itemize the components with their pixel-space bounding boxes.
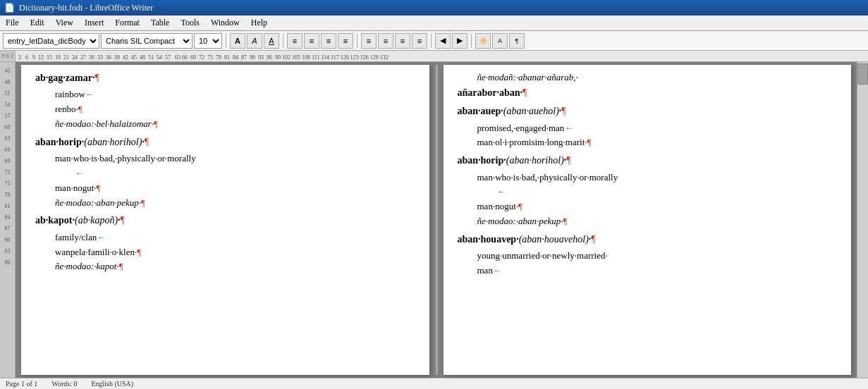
right-page[interactable]: ñe·modañ:·abanar·añarab,· añarabor·aban·…: [444, 65, 852, 375]
list-button[interactable]: ≡: [361, 33, 377, 49]
main-content: 45 48 51 54 57 60 63 66 69 72 75 78 81 8…: [0, 62, 868, 378]
margin-48: 48: [0, 76, 15, 87]
margin-69: 69: [0, 155, 15, 166]
font-select[interactable]: Charis SIL Compact: [101, 33, 192, 49]
entry-man-who-bad: man·who·is·bad,·physically·or·morally: [55, 152, 415, 166]
sep1: [226, 34, 226, 48]
entry-wanpela: wanpela·famili·o·klen·¶: [55, 245, 415, 260]
menu-table[interactable]: Table: [145, 16, 175, 30]
margin-54: 54: [0, 99, 15, 110]
page-info: Page 1 of 1: [6, 380, 37, 388]
highlight-button[interactable]: 🔆: [475, 33, 491, 49]
menu-tools[interactable]: Tools: [175, 16, 205, 30]
sep5: [471, 34, 472, 48]
margin-87: 87: [0, 223, 15, 234]
entry-nemodao-aban-pekup: ñe·modao:·aban·pekup·¶: [55, 196, 415, 211]
right-scrollbar[interactable]: [857, 62, 868, 378]
margin-57: 57: [0, 110, 15, 121]
toolbar: entry_letData_dicBody Charis SIL Compact…: [0, 31, 868, 51]
underline-button[interactable]: A: [264, 33, 279, 49]
margin-72: 72: [0, 166, 15, 178]
outdent-button[interactable]: ≡: [412, 33, 427, 49]
app-icon: 📄: [4, 3, 15, 13]
menu-help[interactable]: Help: [245, 16, 273, 30]
menu-window[interactable]: Window: [205, 16, 245, 30]
ruler-ticks: 3 6 9 12 15 18 21 24 27 30 33 36 39 42 4…: [18, 54, 389, 61]
entry-abkapot: ab·kapot·(ab·kapoñ)·¶: [35, 213, 415, 228]
entry-family-clan: family/clan←: [55, 230, 415, 245]
margin-78: 78: [0, 189, 15, 200]
menu-bar: File Edit View Insert Format Table Tools…: [0, 16, 868, 31]
sep4: [431, 34, 432, 48]
margin-90: 90: [0, 234, 15, 245]
align-center-button[interactable]: ≡: [304, 33, 319, 49]
margin-81: 81: [0, 200, 15, 211]
entry-nemodao-kapot: ñe·modao:·kapot·¶: [55, 259, 415, 274]
margin-66: 66: [0, 144, 15, 155]
margin-75: 75: [0, 178, 15, 189]
indent-button[interactable]: ≡: [395, 33, 410, 49]
sep2: [283, 34, 283, 48]
menu-insert[interactable]: Insert: [79, 16, 109, 30]
margin-96: 96: [0, 257, 15, 268]
margin-45: 45: [0, 65, 15, 76]
title-text: Dictionary-bit.fodt - LibreOffice Writer: [19, 3, 153, 13]
align-justify-button[interactable]: ≡: [338, 33, 353, 49]
right-entry-nemodana: ñe·modañ:·abanar·añarab,·: [477, 70, 838, 85]
right-entry-promised: promised,·engaged·man←: [477, 121, 838, 136]
entry-renbo: renbo·¶: [55, 102, 415, 117]
margin-51: 51: [0, 87, 15, 99]
margin-63: 63: [0, 132, 15, 144]
title-bar: 📄 Dictionary-bit.fodt - LibreOffice Writ…: [0, 0, 868, 16]
menu-format[interactable]: Format: [109, 16, 145, 30]
word-count: Words: 0: [51, 380, 77, 388]
page-divider: [435, 65, 438, 375]
right-entry-manoli: man·ol·i·promisim·long·marit·¶: [477, 135, 838, 150]
entry-return: ←: [75, 166, 415, 181]
menu-file[interactable]: File: [0, 16, 25, 30]
pages-container[interactable]: ab·gag·zamar·¶ rainbow← renbo·¶ ñe·modao…: [16, 62, 857, 378]
right-entry-anarabor: añarabor·aban·¶: [458, 85, 838, 101]
left-margin: 45 48 51 54 57 60 63 66 69 72 75 78 81 8…: [0, 62, 16, 378]
format-button[interactable]: ¶: [509, 33, 525, 49]
status-bar: Page 1 of 1 Words: 0 English (USA): [0, 378, 868, 389]
right-entry-man-nogut2: man·nogut·¶: [477, 199, 838, 214]
scroll-thumb[interactable]: [857, 63, 868, 85]
entry-aban-horip: aban·horip·(aban·horihol)·¶: [35, 135, 415, 150]
style-select[interactable]: entry_letData_dicBody: [3, 33, 99, 49]
bold-button[interactable]: A: [230, 33, 245, 49]
ruler: 9 6 3 3 6 9 12 15 18 21 24 27 30 33 36 3…: [0, 51, 868, 62]
right-entry-aban-houavep: aban·houavep·(aban·houavehol)·¶: [458, 232, 838, 247]
color-button[interactable]: A: [492, 33, 508, 49]
prev-button[interactable]: ◀: [435, 33, 451, 49]
menu-edit[interactable]: Edit: [25, 16, 50, 30]
right-entry-man-who-bad2: man·who·is·bad,·physically·or·morally: [477, 171, 838, 185]
align-left-button[interactable]: ≡: [287, 33, 302, 49]
language: English (USA): [91, 380, 133, 388]
right-entry-abanauep: aban·auep·(aban·auehol)·¶: [458, 104, 838, 119]
ordered-list-button[interactable]: ≡: [378, 33, 393, 49]
ruler-left-labels: 9 6 3: [2, 53, 13, 59]
margin-93: 93: [0, 245, 15, 257]
margin-84: 84: [0, 211, 15, 223]
sep3: [357, 34, 357, 48]
align-right-button[interactable]: ≡: [321, 33, 336, 49]
entry-rainbow: rainbow←: [55, 87, 415, 102]
menu-view[interactable]: View: [50, 16, 79, 30]
right-entry-young: young·unmarried·or·newly·married·: [477, 249, 838, 264]
size-select[interactable]: 10: [194, 33, 222, 49]
entry-man-nogut: man·nogut·¶: [55, 181, 415, 196]
right-entry-man: man←: [477, 264, 838, 278]
next-button[interactable]: ▶: [452, 33, 467, 49]
right-entry-nemodao-pekup: ñe·modao:·aban·pekup·¶: [477, 214, 838, 229]
left-page[interactable]: ab·gag·zamar·¶ rainbow← renbo·¶ ñe·modao…: [21, 65, 429, 375]
margin-60: 60: [0, 121, 15, 132]
italic-button[interactable]: A: [247, 33, 262, 49]
entry-nemodao-bel: ñe·modao:·bel·halaizomar·¶: [55, 117, 415, 132]
right-entry-aban-horip2: aban·horip·(aban·horihol)·¶: [458, 153, 838, 168]
right-entry-return2: ←: [497, 185, 838, 199]
entry-abgagzamar: ab·gag·zamar·¶: [35, 70, 415, 86]
